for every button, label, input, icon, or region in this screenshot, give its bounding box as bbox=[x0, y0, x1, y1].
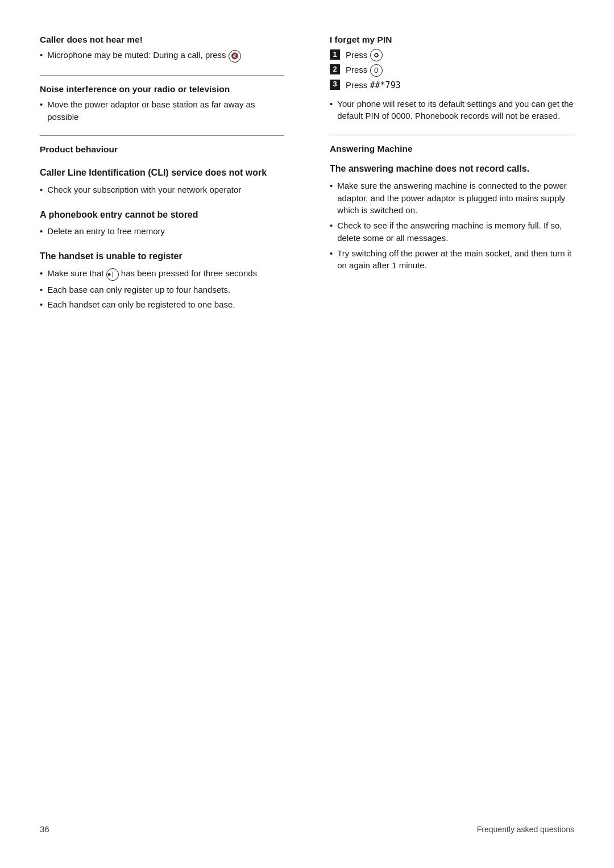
bullet-list-am: Make sure the answering machine is conne… bbox=[330, 180, 574, 272]
section-am-header: Answering Machine bbox=[330, 143, 574, 155]
step-text-3: Press ##*793 bbox=[346, 79, 401, 92]
pin-steps: 1 Press ⭘ 2 Press 0 3 Press ##*793 bbox=[330, 49, 574, 92]
section-title-am-norecord: The answering machine does not record ca… bbox=[330, 163, 574, 175]
step-text-2: Press 0 bbox=[346, 64, 383, 77]
section-noise: Noise interference on your radio or tele… bbox=[40, 84, 284, 123]
zero-icon: 0 bbox=[370, 64, 383, 77]
section-phonebook: A phonebook entry cannot be stored Delet… bbox=[40, 209, 284, 238]
section-forget-pin: I forget my PIN 1 Press ⭘ 2 Press 0 3 Pr… bbox=[330, 34, 574, 122]
list-item: Each base can only register up to four h… bbox=[40, 284, 284, 296]
speaker-icon: ●） bbox=[106, 268, 119, 281]
bullet-text: Move the power adaptor or base station a… bbox=[47, 98, 284, 123]
bullet-text: Check your subscription with your networ… bbox=[47, 184, 241, 196]
bullet-text: Make sure the answering machine is conne… bbox=[337, 180, 574, 217]
divider-1 bbox=[40, 75, 284, 76]
step-text-1: Press ⭘ bbox=[346, 49, 383, 61]
bullet-text: Make sure that ●） has been pressed for t… bbox=[47, 267, 257, 281]
step-badge-1: 1 bbox=[330, 49, 340, 60]
list-item: Check to see if the answering machine is… bbox=[330, 219, 574, 244]
nav-icon: ⭘ bbox=[370, 49, 383, 61]
bullet-text: Each base can only register up to four h… bbox=[47, 284, 230, 296]
right-column: I forget my PIN 1 Press ⭘ 2 Press 0 3 Pr… bbox=[318, 34, 574, 807]
bullet-list-phonebook: Delete an entry to free memory bbox=[40, 225, 284, 238]
section-title-caller-not-hear: Caller does not hear me! bbox=[40, 34, 284, 45]
bullet-list-cli: Check your subscription with your networ… bbox=[40, 184, 284, 196]
list-item: Check your subscription with your networ… bbox=[40, 184, 284, 196]
divider-3 bbox=[330, 135, 574, 135]
section-title-noise: Noise interference on your radio or tele… bbox=[40, 84, 284, 95]
page-number: 36 bbox=[40, 824, 49, 834]
list-item: Microphone may be muted: During a call, … bbox=[40, 49, 284, 63]
page: Caller does not hear me! Microphone may … bbox=[0, 0, 614, 868]
bullet-text: Microphone may be muted: During a call, … bbox=[47, 49, 240, 63]
bullet-text: Delete an entry to free memory bbox=[47, 225, 165, 238]
list-item: Try switching off the power at the main … bbox=[330, 247, 574, 272]
content-area: Caller does not hear me! Microphone may … bbox=[40, 34, 574, 807]
list-item: Move the power adaptor or base station a… bbox=[40, 98, 284, 123]
list-item: Delete an entry to free memory bbox=[40, 225, 284, 238]
section-title-phonebook: A phonebook entry cannot be stored bbox=[40, 209, 284, 221]
section-am-no-record: The answering machine does not record ca… bbox=[330, 163, 574, 272]
mute-icon: 🔇 bbox=[229, 50, 241, 63]
bullet-text: Your phone will reset to its default set… bbox=[337, 98, 574, 123]
footer-label: Frequently asked questions bbox=[477, 825, 574, 834]
bullet-list-caller: Microphone may be muted: During a call, … bbox=[40, 49, 284, 63]
section-cli: Caller Line Identification (CLI) service… bbox=[40, 167, 284, 196]
section-title-product: Product behaviour bbox=[40, 144, 284, 155]
pin-step-2: 2 Press 0 bbox=[330, 64, 574, 77]
left-column: Caller does not hear me! Microphone may … bbox=[40, 34, 296, 807]
list-item: Each handset can only be registered to o… bbox=[40, 298, 284, 311]
section-product-behaviour: Product behaviour bbox=[40, 144, 284, 155]
section-handset: The handset is unable to register Make s… bbox=[40, 250, 284, 311]
section-title-handset: The handset is unable to register bbox=[40, 250, 284, 263]
section-caller-not-hear: Caller does not hear me! Microphone may … bbox=[40, 34, 284, 63]
section-title-pin: I forget my PIN bbox=[330, 34, 574, 45]
section-title-cli: Caller Line Identification (CLI) service… bbox=[40, 167, 284, 179]
bullet-text: Try switching off the power at the main … bbox=[337, 247, 574, 272]
step-badge-3: 3 bbox=[330, 80, 340, 90]
pin-code: ##*793 bbox=[370, 80, 401, 90]
page-footer: 36 Frequently asked questions bbox=[40, 807, 574, 834]
pin-step-1: 1 Press ⭘ bbox=[330, 49, 574, 61]
bullet-list-pin: Your phone will reset to its default set… bbox=[330, 98, 574, 123]
bullet-list-noise: Move the power adaptor or base station a… bbox=[40, 98, 284, 123]
bullet-text: Each handset can only be registered to o… bbox=[47, 298, 235, 311]
divider-2 bbox=[40, 135, 284, 136]
list-item: Your phone will reset to its default set… bbox=[330, 98, 574, 123]
bullet-list-handset: Make sure that ●） has been pressed for t… bbox=[40, 267, 284, 311]
pin-step-3: 3 Press ##*793 bbox=[330, 79, 574, 92]
section-title-am: Answering Machine bbox=[330, 143, 574, 155]
list-item: Make sure that ●） has been pressed for t… bbox=[40, 267, 284, 281]
step-badge-2: 2 bbox=[330, 64, 340, 74]
bullet-text: Check to see if the answering machine is… bbox=[337, 219, 574, 244]
list-item: Make sure the answering machine is conne… bbox=[330, 180, 574, 217]
